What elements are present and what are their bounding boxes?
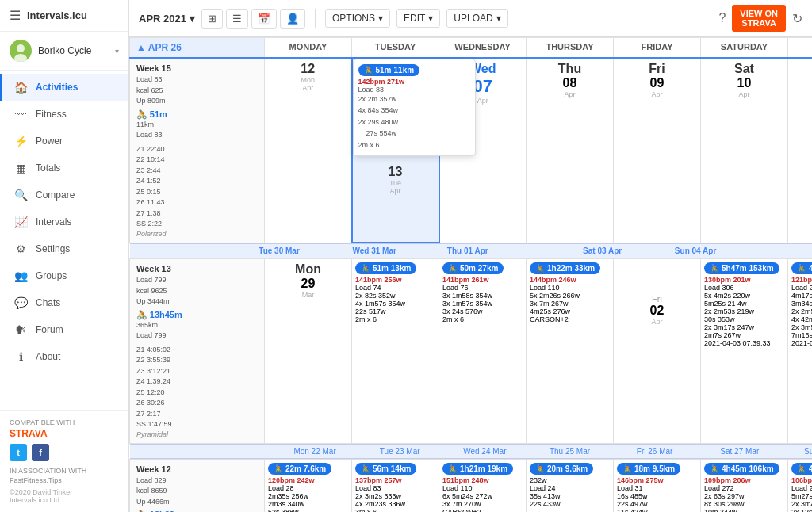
activity-chip[interactable]: 🚴 4h52m 137km xyxy=(791,262,812,274)
help-icon[interactable]: ? xyxy=(718,11,726,25)
day-cell-wed24mar[interactable]: 🚴 1h21m 19km 151bpm 248w Load 110 6x 5m2… xyxy=(439,459,527,512)
day-cell-mon22mar[interactable]: 🚴 22m 7.6km 120bpm 242w Load 28 2m35s 25… xyxy=(265,459,352,512)
facebook-icon[interactable]: f xyxy=(32,444,49,461)
day-number-large: 02 xyxy=(617,304,697,318)
bike-icon: 🚴 xyxy=(535,464,545,473)
day-cell-thu25mar[interactable]: 🚴 20m 9.6km 232w Load 24 35s 413w 22s 43… xyxy=(527,459,614,512)
sidebar-item-groups[interactable]: 👥 Groups xyxy=(0,262,128,289)
chip-text: 20m 9.6km xyxy=(547,464,588,473)
bike-icon: 🚴 xyxy=(361,464,370,473)
sidebar-item-power[interactable]: ⚡ Power xyxy=(0,128,128,155)
sidebar-item-label: Groups xyxy=(36,270,67,281)
refresh-icon[interactable]: ↻ xyxy=(792,11,802,26)
week-stats: Load 83kcal 625Up 809m xyxy=(136,75,258,107)
day-cell-thu01apr[interactable]: 🚴 1h22m 33km 144bpm 246w Load 110 5x 2m2… xyxy=(527,259,614,444)
table-row: Week 13 Load 799kcal 9625Up 3444m 🚴 13h4… xyxy=(130,259,813,444)
activity-chip[interactable]: 🚴 5h47m 153km xyxy=(704,262,779,274)
week-activity-summary: 🚴 13h45m 365km Load 799 xyxy=(136,310,258,342)
tuesday-header: TUESDAY xyxy=(352,38,439,59)
options-dropdown[interactable]: OPTIONS ▾ xyxy=(325,9,390,28)
chevron-down-icon: ▾ xyxy=(378,13,383,24)
chip-text: 22m 7.6km xyxy=(285,464,326,473)
training-type-label: Pyramidal xyxy=(136,430,258,438)
list-view-button[interactable]: ☰ xyxy=(226,9,248,29)
day-month-label: Apr xyxy=(791,90,812,98)
day-cell-sun28mar[interactable]: 🚴 4h18m 109km 106bpm 191w Load 202 5m27s… xyxy=(788,459,813,512)
chats-icon: 💬 xyxy=(13,296,28,309)
activity-chip[interactable]: 🚴 4h18m 109km xyxy=(791,463,812,475)
section-header-cell-12: Mon 22 Mar Tue 23 Mar Wed 24 Mar Thu 25 … xyxy=(130,443,813,459)
day-month-label: Apr xyxy=(617,90,697,98)
day-cell-tue13[interactable]: 🚴 51m 11km 142bpm 271w Load 83 2x 2m 357… xyxy=(352,58,439,243)
day-cell-mon29: Mon 29 Mar xyxy=(265,259,352,444)
twitter-icon[interactable]: t xyxy=(10,444,27,461)
hamburger-icon[interactable]: ☰ xyxy=(10,8,21,23)
week-stats: Load 829kcal 8659Up 4466m xyxy=(136,476,258,508)
training-type-label: Polarized xyxy=(136,230,258,238)
load-value: Load 83 xyxy=(358,86,470,94)
activity-chip[interactable]: 🚴 1h21m 19km xyxy=(442,463,513,475)
day-number-large: 08 xyxy=(530,76,610,90)
sidebar-profile[interactable]: Boriko Cycle ▾ xyxy=(0,32,128,71)
activity-detail: 130bpm 201w Load 306 5x 4m2s 220w 5m25s … xyxy=(704,276,784,347)
sidebar-item-forum[interactable]: 🗣 Forum xyxy=(0,316,128,343)
fri26mar-header: Fri 26 Mar xyxy=(612,447,697,456)
sun28mar-header: Sun 28 Mar xyxy=(782,447,812,456)
day-cell-fri26mar[interactable]: 🚴 18m 9.5km 146bpm 275w Load 31 16s 485w… xyxy=(614,459,701,512)
calendar-area: ▲ APR 26 MONDAY TUESDAY WEDNESDAY THURSD… xyxy=(129,37,812,512)
power-icon: ⚡ xyxy=(13,135,28,147)
activity-chip[interactable]: 🚴 4h45m 106km xyxy=(704,463,779,475)
view-on-strava-button[interactable]: VIEW ONSTRAVA xyxy=(732,5,786,32)
day-cell-tue23mar[interactable]: 🚴 56m 14km 137bpm 257w Load 83 2x 3m2s 3… xyxy=(352,459,439,512)
activity-chip[interactable]: 🚴 20m 9.6km xyxy=(530,463,593,475)
activity-chip[interactable]: 🚴 56m 14km xyxy=(355,463,416,475)
activity-chip[interactable]: 🚴 22m 7.6km xyxy=(268,463,331,475)
activity-chip[interactable]: 🚴 1h22m 33km xyxy=(530,262,600,274)
edit-dropdown[interactable]: EDIT ▾ xyxy=(396,9,440,28)
main-area: APR 2021 ▾ ⊞ ☰ 📅 👤 OPTIONS ▾ EDIT ▾ UPLO… xyxy=(129,0,812,512)
bike-icon: 🚴 xyxy=(622,464,632,473)
chart-view-button[interactable]: 👤 xyxy=(280,9,305,29)
activity-detail: 106bpm 191w Load 202 5m27s 232w 2x 3m4s … xyxy=(791,476,812,513)
wed24mar-header: Wed 24 Mar xyxy=(442,447,527,456)
sidebar-item-settings[interactable]: ⚙ Settings xyxy=(0,235,128,262)
sidebar-item-chats[interactable]: 💬 Chats xyxy=(0,289,128,316)
activity-chip-popup[interactable]: 🚴 51m 11km xyxy=(358,64,420,76)
day-cell-sun04apr[interactable]: 🚴 4h52m 137km 121bpm 191w Load 233 4m17s… xyxy=(788,259,813,444)
section-row-12: Mon 22 Mar Tue 23 Mar Wed 24 Mar Thu 25 … xyxy=(130,444,813,459)
chevron-down-icon: ▾ xyxy=(190,13,195,25)
bike-icon: 🚴 xyxy=(535,264,545,273)
sidebar-item-activities[interactable]: 🏠 Activities xyxy=(0,74,128,101)
sidebar-item-intervals[interactable]: 📈 Intervals xyxy=(0,208,128,235)
edit-label: EDIT xyxy=(404,13,425,24)
table-row: Week 12 Load 829kcal 8659Up 4466m 🚴 13h3… xyxy=(130,459,813,512)
sidebar-item-compare[interactable]: 🔍 Compare xyxy=(0,181,128,208)
day-cell-sat03apr[interactable]: 🚴 5h47m 153km 130bpm 201w Load 306 5x 4m… xyxy=(701,259,788,444)
empty-header xyxy=(138,447,273,456)
day-cell-sat27mar[interactable]: 🚴 4h45m 106km 109bpm 206w Load 272 2x 63… xyxy=(701,459,788,512)
day-number-large: 29 xyxy=(268,277,348,291)
upload-dropdown[interactable]: UPLOAD ▾ xyxy=(446,9,508,28)
week-info-week13: Week 13 Load 799kcal 9625Up 3444m 🚴 13h4… xyxy=(130,259,265,444)
current-date: APR 2021 xyxy=(139,13,186,25)
sidebar-item-totals[interactable]: ▦ Totals xyxy=(0,155,128,181)
day-cell-tue30[interactable]: 🚴 51m 13km 141bpm 256w Load 74 2x 82s 35… xyxy=(352,259,439,444)
day-number-large: 10 xyxy=(704,76,784,90)
bike-icon: 🚴 xyxy=(136,310,147,319)
bike-icon: 🚴 xyxy=(361,264,370,273)
activity-chip[interactable]: 🚴 51m 13km xyxy=(355,262,416,274)
day-cell-wed31[interactable]: 🚴 50m 27km 141bpm 261w Load 76 3x 1m58s … xyxy=(439,259,527,444)
date-picker[interactable]: APR 2021 ▾ xyxy=(139,13,195,25)
sidebar-item-fitness[interactable]: 〰 Fitness xyxy=(0,101,128,128)
day-cell-fri02apr: Fri 02 Apr xyxy=(614,259,701,444)
day-month-label: Apr xyxy=(530,90,610,98)
calendar-view-button[interactable]: 📅 xyxy=(251,9,277,29)
activity-chip[interactable]: 🚴 18m 9.5km xyxy=(617,463,680,475)
sidebar-item-label: About xyxy=(36,351,60,362)
activity-chip[interactable]: 🚴 50m 27km xyxy=(442,262,504,274)
day-month-label: TueApr xyxy=(356,179,435,195)
grid-view-button[interactable]: ⊞ xyxy=(201,9,223,29)
week-distance: 11km xyxy=(136,120,154,128)
sidebar-item-about[interactable]: ℹ About xyxy=(0,343,128,370)
day-month-label: Apr xyxy=(704,90,784,98)
